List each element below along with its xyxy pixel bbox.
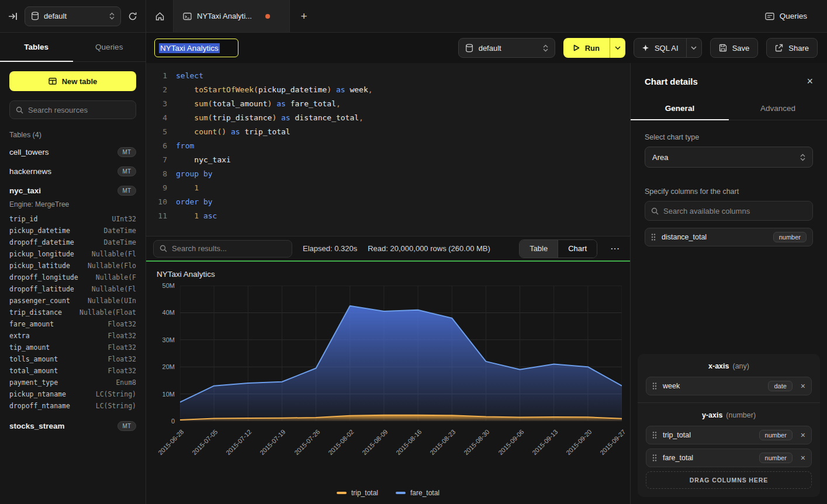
column-row-pickup_ntaname[interactable]: pickup_ntanameLC(String) [0, 388, 146, 400]
code-line[interactable]: 5 count() as trip_total [146, 125, 630, 139]
column-name: total_amount [9, 367, 58, 375]
more-options-icon[interactable]: ··· [608, 244, 623, 253]
toggle-table-view[interactable]: Table [520, 240, 558, 258]
code-line[interactable]: 2 toStartOfWeek(pickup_datetime) as week… [146, 83, 630, 97]
table-row-hackernews[interactable]: hackernews MT [0, 162, 146, 181]
column-row-dropoff_datetime[interactable]: dropoff_datetimeDateTime [0, 237, 146, 248]
code-line[interactable]: 7 nyc_taxi [146, 153, 630, 167]
column-chip-week[interactable]: weekdate× [646, 377, 812, 395]
chart-type-select[interactable]: Area [645, 147, 813, 168]
code-line[interactable]: 11 1 asc [146, 209, 630, 223]
drag-handle-icon[interactable] [652, 382, 657, 390]
play-icon [573, 44, 580, 51]
topbar-left-section: default [0, 0, 146, 32]
tab-tables[interactable]: Tables [0, 33, 73, 61]
table-row-stocks-stream[interactable]: stocks_stream MT [0, 416, 146, 436]
drop-zone[interactable]: DRAG COLUMNS HERE [646, 471, 812, 489]
column-row-payment_type[interactable]: payment_typeEnum8 [0, 377, 146, 388]
new-table-button[interactable]: New table [9, 71, 136, 91]
line-number: 10 [146, 195, 167, 209]
column-row-total_amount[interactable]: total_amountFloat32 [0, 365, 146, 377]
table-row-cell-towers[interactable]: cell_towers MT [0, 142, 146, 162]
column-row-pickup_datetime[interactable]: pickup_datetimeDateTime [0, 225, 146, 237]
database-selector[interactable]: default [25, 6, 121, 26]
code-text: select [167, 69, 203, 83]
code-token: as [231, 127, 240, 136]
column-row-passenger_count[interactable]: passenger_countNullable(UIn [0, 295, 146, 307]
read-stat: Read: 20,000,000 rows (260.00 MB) [368, 244, 490, 253]
column-chip-trip_total[interactable]: trip_totalnumber× [646, 426, 812, 444]
axis-divider [638, 402, 820, 403]
drag-handle-icon[interactable] [651, 233, 656, 241]
column-row-dropoff_longitude[interactable]: dropoff_longitudeNullable(F [0, 272, 146, 283]
column-type: Float32 [108, 343, 136, 352]
refresh-icon[interactable] [128, 12, 137, 21]
engine-badge: MT [117, 186, 136, 196]
column-row-pickup_latitude[interactable]: pickup_latitudeNullable(Flo [0, 260, 146, 272]
column-type: DateTime [104, 227, 136, 235]
x-tick-label: 2015-09-06 [497, 428, 525, 456]
new-tab-button[interactable]: + [290, 0, 318, 32]
save-button[interactable]: Save [710, 38, 759, 58]
code-line[interactable]: 9 1 [146, 181, 630, 195]
drag-handle-icon[interactable] [652, 431, 657, 439]
column-row-tip_amount[interactable]: tip_amountFloat32 [0, 342, 146, 353]
code-line[interactable]: 10order by [146, 195, 630, 209]
column-chip-distance_total[interactable]: distance_totalnumber [645, 228, 813, 246]
code-line[interactable]: 8group by [146, 167, 630, 181]
code-token: as [276, 99, 286, 108]
remove-icon[interactable]: × [801, 454, 805, 462]
column-name: dropoff_ntaname [9, 402, 70, 410]
run-options-button[interactable] [610, 38, 625, 58]
sql-ai-options-button[interactable] [686, 39, 701, 57]
resource-search-input[interactable] [28, 106, 130, 114]
sidebar-collapse-icon[interactable] [8, 12, 18, 20]
panel-spacer [645, 246, 813, 348]
column-row-extra[interactable]: extraFloat32 [0, 330, 146, 342]
results-search-input[interactable] [172, 244, 286, 253]
chart-plot-area[interactable]: 2015-06-282015-07-052015-07-122015-07-19… [180, 286, 622, 488]
sql-editor[interactable]: 1select2 toStartOfWeek(pickup_datetime) … [146, 63, 630, 236]
sql-ai-button[interactable]: SQL AI [634, 39, 686, 57]
toggle-chart-view[interactable]: Chart [558, 240, 597, 258]
search-icon [16, 106, 23, 114]
code-line[interactable]: 1select [146, 69, 630, 83]
column-row-pickup_longitude[interactable]: pickup_longitudeNullable(Fl [0, 248, 146, 260]
column-row-fare_amount[interactable]: fare_amountFloat32 [0, 318, 146, 330]
share-button[interactable]: Share [766, 38, 818, 58]
code-line[interactable]: 3 sum(total_amount) as fare_total, [146, 97, 630, 111]
code-token: pickup_datetime [258, 85, 327, 94]
column-row-trip_id[interactable]: trip_idUInt32 [0, 213, 146, 225]
remove-icon[interactable]: × [801, 431, 805, 439]
tab-queries[interactable]: Queries [73, 33, 146, 61]
code-line[interactable]: 4 sum(trip_distance) as distance_total, [146, 111, 630, 125]
query-title-input[interactable]: NYTaxi Analytics [154, 39, 238, 57]
queries-button[interactable]: Queries [758, 7, 814, 25]
home-tab[interactable] [146, 0, 173, 32]
code-line[interactable]: 6from [146, 139, 630, 153]
column-row-trip_distance[interactable]: trip_distanceNullable(Float [0, 307, 146, 318]
columns-list: trip_idUInt32pickup_datetimeDateTimedrop… [0, 213, 146, 412]
column-row-dropoff_ntaname[interactable]: dropoff_ntanameLC(String) [0, 400, 146, 412]
column-type: DateTime [104, 238, 136, 246]
database-selector-value: default [44, 12, 105, 20]
close-icon[interactable]: × [807, 76, 813, 86]
tab-general[interactable]: General [631, 97, 729, 120]
column-chip-fare_total[interactable]: fare_totalnumber× [646, 449, 812, 467]
tab-advanced[interactable]: Advanced [729, 97, 827, 120]
query-database-selector[interactable]: default [458, 38, 555, 58]
code-token: fare_total [290, 99, 336, 108]
remove-icon[interactable]: × [801, 382, 805, 390]
code-token: nyc_taxi [194, 155, 231, 164]
drag-handle-icon[interactable] [652, 454, 657, 462]
code-token [176, 99, 194, 108]
x-tick-label: 2015-07-19 [259, 428, 287, 456]
query-tab[interactable]: NYTaxi Analyti... [173, 0, 290, 32]
table-row-nyc-taxi[interactable]: nyc_taxi MT [0, 181, 146, 200]
run-button[interactable]: Run [563, 38, 610, 58]
legend-item-fare_total[interactable]: fare_total [396, 489, 440, 497]
column-row-dropoff_latitude[interactable]: dropoff_latitudeNullable(Fl [0, 283, 146, 295]
legend-item-trip_total[interactable]: trip_total [337, 489, 378, 497]
columns-search-input[interactable] [663, 207, 807, 215]
column-row-tolls_amount[interactable]: tolls_amountFloat32 [0, 353, 146, 365]
